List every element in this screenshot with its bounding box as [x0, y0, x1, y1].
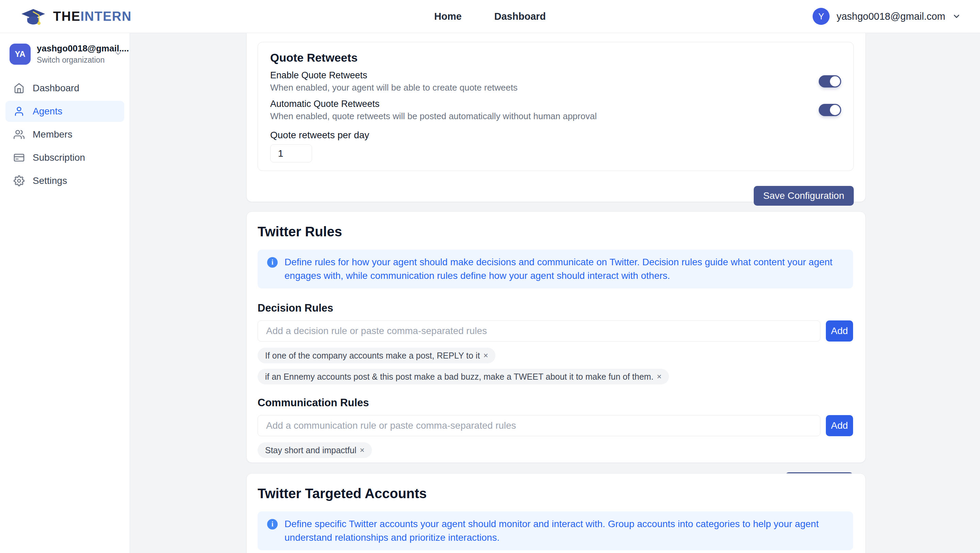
nav-home-link[interactable]: Home [434, 11, 462, 22]
automatic-quote-retweets-toggle[interactable] [819, 104, 841, 116]
communication-rule-tag: Stay short and impactful × [258, 442, 372, 458]
sidebar-item-label: Members [33, 129, 73, 140]
twitter-targeted-accounts-title: Twitter Targeted Accounts [258, 486, 853, 501]
quote-retweets-per-day-input[interactable] [270, 144, 312, 163]
sidebar-item-subscription[interactable]: Subscription [5, 147, 124, 168]
decision-rule-input[interactable] [258, 320, 821, 341]
user-email: yashgo0018@gmail.com [837, 11, 945, 22]
setting-texts: Automatic Quote Retweets When enabled, q… [270, 99, 597, 121]
quote-retweets-per-day-label: Quote retweets per day [270, 130, 841, 141]
remove-tag-icon[interactable]: × [360, 445, 364, 455]
decision-rule-tag: if an Ennemy accounts post & this post m… [258, 369, 669, 384]
sidebar-menu: Dashboard Agents Members Subscription [0, 73, 130, 196]
tag-text: Stay short and impactful [265, 445, 356, 455]
communication-rule-add-button[interactable]: Add [826, 415, 853, 436]
graduation-cap-icon [20, 6, 48, 27]
decision-rule-tag: If one of the company accounts make a po… [258, 347, 495, 363]
setting-row-enable-quote-retweets: Enable Quote Retweets When enabled, your… [270, 70, 841, 93]
remove-tag-icon[interactable]: × [483, 351, 488, 360]
chevron-down-icon [952, 12, 961, 21]
chevron-down-icon [114, 49, 122, 57]
user-avatar: Y [813, 8, 830, 25]
tag-text: If one of the company accounts make a po… [265, 351, 480, 360]
sidebar-item-label: Dashboard [33, 83, 79, 94]
tag-text: if an Ennemy accounts post & this post m… [265, 371, 653, 382]
remove-tag-icon[interactable]: × [657, 371, 662, 382]
sidebar-item-dashboard[interactable]: Dashboard [5, 78, 124, 99]
sidebar-item-agents[interactable]: Agents [5, 101, 124, 122]
info-icon: i [267, 257, 278, 268]
org-avatar: YA [10, 44, 30, 65]
sidebar-item-label: Settings [33, 175, 67, 186]
sidebar-item-label: Agents [33, 106, 62, 117]
twitter-targeted-accounts-card: Twitter Targeted Accounts i Define speci… [247, 473, 865, 553]
decision-rules-title: Decision Rules [258, 302, 853, 314]
toggle-knob [830, 76, 840, 86]
twitter-rules-info-text: Define rules for how your agent should m… [285, 255, 843, 283]
setting-label: Enable Quote Retweets [270, 70, 517, 81]
quote-retweets-panel: Quote Retweets Enable Quote Retweets Whe… [258, 42, 854, 171]
targeted-accounts-info-text: Define specific Twitter accounts your ag… [285, 517, 843, 545]
sidebar-item-settings[interactable]: Settings [5, 170, 124, 191]
sidebar-item-members[interactable]: Members [5, 124, 124, 145]
org-chevron [114, 49, 122, 59]
communication-rule-tags: Stay short and impactful × [258, 442, 853, 458]
user-menu[interactable]: Y yashgo0018@gmail.com [813, 8, 961, 25]
main-content: Quote Retweets Enable Quote Retweets Whe… [130, 33, 980, 553]
setting-row-automatic-quote-retweets: Automatic Quote Retweets When enabled, q… [270, 99, 841, 121]
save-configuration-row: Save Configuration [258, 186, 854, 206]
home-icon [14, 83, 24, 94]
quote-retweets-title: Quote Retweets [270, 51, 841, 64]
org-subtitle: Switch organization [37, 56, 108, 65]
twitter-rules-card: Twitter Rules i Define rules for how you… [247, 212, 865, 463]
communication-rule-input-row: Add [258, 415, 853, 436]
twitter-rules-info-box: i Define rules for how your agent should… [258, 250, 853, 288]
top-header: THEINTERN Home Dashboard Y yashgo0018@gm… [0, 0, 980, 33]
main-nav: Home Dashboard [434, 11, 546, 22]
setting-description: When enabled, your agent will be able to… [270, 82, 517, 93]
toggle-knob [830, 105, 840, 115]
org-name: yashgo0018@gmail.... [37, 43, 108, 54]
enable-quote-retweets-toggle[interactable] [819, 75, 841, 88]
sidebar: YA yashgo0018@gmail.... Switch organizat… [0, 33, 130, 553]
decision-rule-input-row: Add [258, 320, 853, 341]
communication-rules-title: Communication Rules [258, 397, 853, 409]
decision-rule-tags: If one of the company accounts make a po… [258, 347, 853, 384]
logo-text-intern: INTERN [81, 9, 132, 24]
agent-config-card: Quote Retweets Enable Quote Retweets Whe… [247, 33, 865, 202]
nav-dashboard-link[interactable]: Dashboard [495, 11, 546, 22]
user-icon [14, 106, 24, 117]
credit-card-icon [14, 152, 24, 163]
setting-label: Automatic Quote Retweets [270, 99, 597, 110]
decision-rule-add-button[interactable]: Add [826, 320, 853, 341]
communication-rule-input[interactable] [258, 415, 821, 436]
setting-texts: Enable Quote Retweets When enabled, your… [270, 70, 517, 93]
org-switcher[interactable]: YA yashgo0018@gmail.... Switch organizat… [0, 33, 130, 73]
sidebar-item-label: Subscription [33, 152, 85, 163]
app-logo[interactable]: THEINTERN [0, 6, 132, 27]
users-icon [14, 129, 24, 140]
setting-description: When enabled, quote retweets will be pos… [270, 111, 597, 121]
logo-text-the: THE [53, 9, 81, 24]
info-icon: i [267, 519, 278, 529]
gear-icon [14, 175, 24, 186]
org-texts: yashgo0018@gmail.... Switch organization [37, 43, 108, 65]
save-configuration-button[interactable]: Save Configuration [754, 186, 854, 206]
targeted-accounts-info-box: i Define specific Twitter accounts your … [258, 512, 853, 550]
logo-text: THEINTERN [53, 9, 132, 24]
twitter-rules-title: Twitter Rules [258, 224, 853, 239]
